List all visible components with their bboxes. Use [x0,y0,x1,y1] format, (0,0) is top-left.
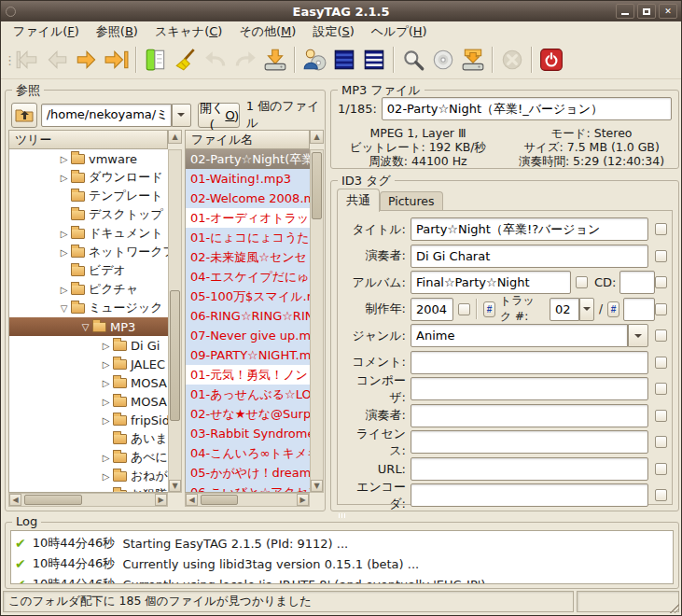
expander-down-icon[interactable]: ▽ [79,322,91,332]
track-sequence-button[interactable]: # [483,301,495,317]
stop-button[interactable] [497,44,527,76]
menu-help[interactable]: ヘルプ(H) [363,21,436,42]
parent-folder-button[interactable] [11,103,37,128]
track-checkbox[interactable] [655,303,667,315]
log-row[interactable]: ✔ 10時44分46秒 Currently using locale 'ja_J… [15,574,669,584]
files-scroll-up[interactable]: ▲ [310,130,324,144]
file-row[interactable]: 05-かがやけ！dreamin [186,463,310,483]
composer-checkbox[interactable] [655,383,667,395]
save-files-button[interactable] [260,44,290,76]
expander-right-icon[interactable]: ▷ [58,285,70,295]
file-row[interactable]: 01-にょコにょコうたってみ [186,228,310,247]
tree-item[interactable]: ▷あべに [9,448,168,467]
files-scroll-right[interactable]: ▶ [297,494,309,506]
expander-right-icon[interactable]: ▷ [100,359,112,370]
files-scroll-left[interactable]: ◀ [186,494,198,506]
scanner-button[interactable] [141,44,171,76]
cd-checkbox[interactable] [655,276,667,288]
tree-horizontal-scrollbar[interactable]: ◀ ▶ [8,493,168,507]
tree-scroll-up[interactable]: ▲ [168,130,182,144]
file-row[interactable]: 05-100万$スマイル.mp [186,287,310,306]
track-input[interactable] [550,298,579,321]
menu-misc[interactable]: その他(M) [230,21,304,42]
menu-browser[interactable]: 参照(B) [88,21,146,42]
title-input[interactable] [411,217,648,241]
tree-item[interactable]: ▷JALEC [9,355,168,373]
tree-item[interactable]: ▷MOSA [9,392,168,411]
search-button[interactable] [398,44,428,76]
year-checkbox[interactable] [458,303,470,315]
license-checkbox[interactable] [655,436,667,448]
url-input[interactable] [411,457,648,481]
tree-item[interactable]: ビデオ [9,261,168,280]
file-row[interactable]: 06-RING☆RING☆RIN [186,306,310,326]
filename-column-header[interactable]: ファイル名 [185,130,310,149]
comment-input[interactable] [411,351,648,374]
files-vertical-scrollbar[interactable]: ▼ [310,149,324,493]
tree-item[interactable]: ▷Di Gi [9,336,168,355]
artist-checkbox[interactable] [655,250,667,262]
file-row[interactable]: 02-Welcome 2008.mp [186,189,310,208]
files-vscroll-thumb[interactable] [312,152,322,219]
menu-settings[interactable]: 設定(S) [304,21,362,42]
tree-scroll-down[interactable]: ▼ [169,480,181,492]
path-input[interactable] [41,104,172,127]
url-checkbox[interactable] [655,463,667,475]
orig-artist-checkbox[interactable] [655,410,667,422]
log-row[interactable]: ✔ 10時44分46秒 Currently using libid3tag ve… [15,553,669,574]
tree-item[interactable]: デスクトップ [9,205,168,224]
toolbar-grip[interactable]: ⋮ [4,53,12,67]
expander-right-icon[interactable]: ▷ [100,378,112,388]
expander-right-icon[interactable]: ▷ [100,415,112,426]
file-row[interactable]: 04-こんいろ∞トキメキ! [186,443,310,463]
tree-item[interactable]: ▷お狙隊 [9,485,168,493]
file-row[interactable]: 04-エスケイプだにゅ!.mp [186,267,310,287]
genre-input[interactable] [411,324,628,347]
tree-scroll-right[interactable]: ▶ [155,494,167,506]
track-dropdown-button[interactable] [579,298,594,321]
file-row[interactable]: 02-未来旋風☆センセ [186,247,310,267]
file-row[interactable]: 06-こいびと☆アクセント [186,483,310,493]
tree-item[interactable]: ▷ダウンロード [9,168,168,187]
file-row[interactable]: 01-元気！勇気！ノン [186,365,310,385]
license-input[interactable] [411,430,648,454]
go-previous-button[interactable] [42,44,72,76]
tree-item[interactable]: ▷ピクチャ [9,280,168,299]
tree-item[interactable]: ▽ミュージック [9,299,168,317]
undo-button[interactable] [201,44,230,76]
log-row[interactable]: ✔ 10時44分46秒 Starting EasyTAG 2.1.5 (PId:… [15,533,669,553]
menu-file[interactable]: ファイル(F) [5,21,88,42]
maximize-button[interactable] [637,4,656,19]
filename-input[interactable] [382,97,672,120]
tree-item[interactable]: テンプレート [9,187,168,205]
tree-vscroll-thumb[interactable] [170,290,180,421]
artist-input[interactable] [411,245,648,268]
menu-scanner[interactable]: スキャナ(C) [146,21,230,42]
file-row[interactable]: 02-せな★せな@Surpr [186,404,310,424]
title-bar[interactable]: EasyTAG 2.1.5 ✕ [1,1,681,21]
clean-tags-button[interactable] [171,44,201,76]
orig-artist-input[interactable] [411,404,648,427]
files-horizontal-scrollbar[interactable]: ◀ ▶ [185,493,310,507]
file-row-selected[interactable]: 02-Party☆Night(卒業 [186,149,310,169]
write-playlist-button[interactable] [458,44,488,76]
tab-pictures[interactable]: Pictures [380,191,443,210]
files-hscroll-thumb[interactable] [201,495,238,505]
genre-dropdown-button[interactable] [628,324,648,347]
go-last-button[interactable] [102,44,132,76]
cddb-lookup-button[interactable] [428,44,458,76]
file-row[interactable]: 01-Waiting!.mp3 [186,169,310,189]
expander-down-icon[interactable]: ▽ [58,303,70,314]
expander-right-icon[interactable]: ▷ [58,173,70,183]
cd-input[interactable] [619,271,655,294]
expander-right-icon[interactable]: ▷ [100,341,112,351]
redo-button[interactable] [230,44,260,76]
encoder-input[interactable] [411,483,648,507]
artist-album-view-button[interactable] [299,44,329,76]
tree-item[interactable]: ▷fripSid [9,411,168,429]
encoder-checkbox[interactable] [655,489,667,501]
tree-item[interactable]: あいま [9,429,168,448]
tree-item[interactable]: ▷MOSA [9,373,168,392]
track-total-input[interactable] [623,298,655,321]
log-list[interactable]: ✔ 10時44分46秒 Starting EasyTAG 2.1.5 (PId:… [10,530,674,584]
